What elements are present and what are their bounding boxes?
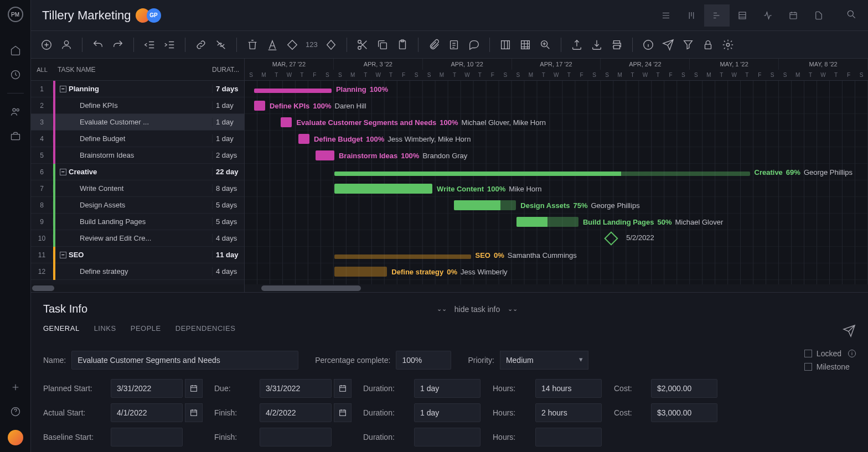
gantt-bar[interactable]: Write Content100%Mike Horn	[334, 184, 541, 194]
trash-icon[interactable]	[246, 38, 259, 51]
collapse-icon[interactable]: −	[60, 169, 66, 175]
calendar-icon[interactable]	[334, 403, 352, 422]
app-logo[interactable]: PM	[8, 7, 23, 22]
diamond-icon[interactable]	[324, 38, 338, 51]
cost1-input[interactable]	[651, 379, 717, 398]
task-row[interactable]: 6−Creative22 day	[31, 164, 244, 180]
people-icon[interactable]	[9, 106, 22, 118]
col-duration[interactable]: DURAT...	[212, 66, 244, 74]
send-icon[interactable]	[662, 38, 675, 51]
duration3-input[interactable]	[414, 428, 480, 446]
duration2-input[interactable]	[414, 403, 480, 422]
text-format-icon[interactable]	[266, 38, 279, 51]
col-name[interactable]: TASK NAME	[53, 66, 212, 74]
planned-start-input[interactable]	[111, 379, 183, 398]
task-row[interactable]: 1−Planning7 days	[31, 81, 244, 97]
priority-select[interactable]	[500, 351, 588, 370]
view-board-icon[interactable]	[679, 4, 704, 27]
timeline-hscroll[interactable]	[245, 284, 868, 292]
view-gantt-icon[interactable]	[704, 4, 730, 27]
cut-icon[interactable]	[356, 38, 369, 51]
filter-icon[interactable]	[681, 38, 695, 51]
task-row[interactable]: 2Define KPIs1 day	[31, 97, 244, 114]
task-row[interactable]: 3Evaluate Customer ...1 day	[31, 114, 244, 131]
name-input[interactable]	[71, 351, 298, 370]
search-icon[interactable]	[846, 9, 857, 22]
gantt-bar[interactable]: Brainstorm Ideas100%Brandon Gray	[316, 150, 467, 160]
task-row[interactable]: 5Brainstorm Ideas2 days	[31, 147, 244, 164]
cost2-input[interactable]	[651, 403, 717, 422]
tag-icon[interactable]	[286, 38, 299, 51]
add-circle-icon[interactable]	[40, 38, 53, 51]
task-row[interactable]: 8Design Assets5 days	[31, 197, 244, 214]
hours2-input[interactable]	[535, 403, 602, 422]
member-avatars[interactable]: GP	[139, 8, 161, 23]
task-row[interactable]: 12Define strategy4 days	[31, 263, 244, 280]
milestone-checkbox[interactable]	[804, 363, 812, 371]
tab-dependencies[interactable]: DEPENDENCIES	[175, 324, 236, 339]
tab-links[interactable]: LINKS	[94, 324, 116, 339]
finish-input[interactable]	[260, 403, 332, 422]
assign-icon[interactable]	[60, 38, 73, 51]
help-icon[interactable]	[9, 406, 22, 418]
actual-start-input[interactable]	[111, 403, 183, 422]
hours1-input[interactable]	[535, 379, 602, 398]
grid-hscroll[interactable]	[31, 284, 244, 292]
gantt-bar[interactable]: SEO0%Samantha Cummings	[334, 250, 577, 260]
hide-task-info[interactable]: ⌄⌄ hide task info ⌄⌄	[437, 305, 518, 314]
print-icon[interactable]	[610, 38, 623, 51]
info-small-icon[interactable]: i	[848, 350, 856, 357]
task-row[interactable]: 9Build Landing Pages5 days	[31, 214, 244, 230]
gantt-bar[interactable]: Define strategy0%Jess Wimberly	[334, 267, 507, 277]
task-row[interactable]: 10Review and Edit Cre...4 days	[31, 230, 244, 247]
collapse-icon[interactable]: −	[60, 86, 66, 92]
duration1-input[interactable]	[414, 379, 480, 398]
briefcase-icon[interactable]	[9, 130, 22, 142]
view-sheet-icon[interactable]	[730, 4, 755, 27]
link-icon[interactable]	[194, 38, 208, 51]
task-row[interactable]: 4Define Budget1 day	[31, 131, 244, 147]
view-calendar-icon[interactable]	[781, 4, 806, 27]
task-row[interactable]: 11−SEO11 day	[31, 247, 244, 263]
plus-icon[interactable]	[9, 381, 22, 393]
export-icon[interactable]	[570, 38, 583, 51]
zoom-icon[interactable]	[539, 38, 552, 51]
copy-icon[interactable]	[376, 38, 389, 51]
gantt-bar[interactable]: Evaluate Customer Segments and Needs100%…	[281, 117, 546, 127]
attachment-icon[interactable]	[427, 38, 441, 51]
columns-icon[interactable]	[499, 38, 512, 51]
baseline-finish-input[interactable]	[260, 428, 332, 446]
grid-icon[interactable]	[519, 38, 532, 51]
user-avatar[interactable]	[8, 430, 23, 445]
redo-icon[interactable]	[111, 38, 125, 51]
lock-icon[interactable]	[701, 38, 715, 51]
home-icon[interactable]	[9, 44, 22, 56]
settings-icon[interactable]	[721, 38, 735, 51]
task-row[interactable]: 7Write Content8 days	[31, 180, 244, 197]
tab-general[interactable]: GENERAL	[43, 324, 80, 339]
outdent-icon[interactable]	[143, 38, 156, 51]
view-file-icon[interactable]	[806, 4, 831, 27]
note-icon[interactable]	[447, 38, 461, 51]
calendar-icon[interactable]	[185, 403, 203, 422]
gantt-bar[interactable]: Planning100%	[254, 84, 388, 94]
clock-icon[interactable]	[9, 69, 22, 81]
locked-checkbox[interactable]	[804, 350, 812, 357]
view-list-icon[interactable]	[653, 4, 679, 27]
undo-icon[interactable]	[91, 38, 105, 51]
milestone-diamond[interactable]	[604, 231, 618, 245]
tab-people[interactable]: PEOPLE	[131, 324, 161, 339]
gantt-bar[interactable]: Creative69%George Phillips	[334, 167, 852, 177]
gantt-bar[interactable]: Define Budget100%Jess Wimberly, Mike Hor…	[298, 134, 471, 144]
unlink-icon[interactable]	[214, 38, 228, 51]
col-all[interactable]: ALL	[31, 66, 53, 73]
send-task-icon[interactable]	[843, 324, 856, 339]
import-icon[interactable]	[590, 38, 603, 51]
calendar-icon[interactable]	[185, 379, 203, 398]
comment-icon[interactable]	[467, 38, 480, 51]
pct-input[interactable]	[396, 351, 451, 370]
indent-icon[interactable]	[163, 38, 176, 51]
view-activity-icon[interactable]	[755, 4, 781, 27]
baseline-start-input[interactable]	[111, 428, 183, 446]
gantt-bar[interactable]: Design Assets75%George Phillips	[454, 200, 639, 210]
